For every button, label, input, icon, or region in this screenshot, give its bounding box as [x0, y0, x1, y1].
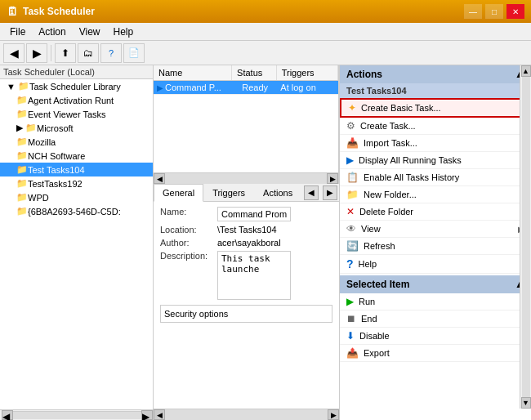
view-item[interactable]: 👁 View ▶	[340, 221, 531, 238]
vscroll-down-btn[interactable]: ▼	[521, 397, 531, 409]
detail-hscroll-track[interactable]	[165, 409, 328, 420]
disable-icon: ⬇	[346, 330, 355, 342]
hscroll-track[interactable]	[13, 411, 141, 419]
tree-item-testtasks192[interactable]: 📁 TestTasks192	[0, 176, 153, 190]
task-list-hscroll[interactable]: ◀ ▶	[154, 172, 338, 184]
tree-item-mozilla[interactable]: 📁 Mozilla	[0, 135, 153, 149]
refresh-label: Refresh	[364, 241, 524, 251]
nch-label: NCH Software	[28, 151, 85, 161]
wpd-folder-icon: 📁	[16, 192, 28, 203]
tab-triggers[interactable]: Triggers	[203, 184, 254, 201]
detail-hscroll-right[interactable]: ▶	[328, 409, 339, 420]
right-vscroll[interactable]: ▲ ▼	[520, 65, 531, 409]
disable-item[interactable]: ⬇ Disable	[340, 328, 531, 345]
help-button[interactable]: ?	[100, 43, 122, 63]
help-item[interactable]: ? Help	[340, 255, 531, 274]
task-row[interactable]: ▶ Command P... Ready At log on	[154, 81, 338, 95]
app-title: Task Scheduler	[23, 6, 95, 17]
tree-item-guid[interactable]: 📁 {6B8A2693-546D-C5D:	[0, 204, 153, 218]
task-hscroll-right[interactable]: ▶	[327, 173, 338, 184]
tree-item-microsoft[interactable]: ▶ 📁 Microsoft	[0, 121, 153, 135]
actions-title: Actions	[346, 69, 382, 80]
enable-history-label: Enable All Tasks History	[364, 172, 524, 182]
detail-hscroll-left[interactable]: ◀	[154, 409, 165, 420]
menu-view[interactable]: View	[73, 25, 107, 39]
tree-item-testtasks104[interactable]: 📁 Test Tasks104	[0, 163, 153, 176]
hscroll-right-btn[interactable]: ▶	[141, 410, 153, 420]
refresh-item[interactable]: 🔄 Refresh	[340, 238, 531, 255]
wpd-label: WPD	[28, 193, 49, 203]
left-panel: Task Scheduler (Local) ▼ 📁 Task Schedule…	[0, 65, 154, 420]
minimize-button[interactable]: —	[464, 4, 482, 19]
eventviewer-folder-icon: 📁	[16, 109, 28, 119]
detail-panel: General Triggers Actions ◀ ▶ Name: Locat…	[154, 184, 339, 420]
enable-history-item[interactable]: 📋 Enable All Tasks History	[340, 169, 531, 186]
import-task-item[interactable]: 📥 Import Task...	[340, 135, 531, 152]
task-hscroll-track[interactable]	[165, 173, 327, 184]
menu-help[interactable]: Help	[107, 25, 141, 39]
up-button[interactable]: ⬆	[55, 43, 76, 63]
col-header-status: Status	[232, 65, 277, 80]
col-header-trigger: Triggers	[277, 65, 338, 80]
display-running-item[interactable]: ▶ Display All Running Tasks	[340, 152, 531, 169]
tree-item-nch[interactable]: 📁 NCH Software	[0, 149, 153, 163]
tree-item-eventviewer[interactable]: 📁 Event Viewer Tasks	[0, 107, 153, 121]
run-item[interactable]: ▶ Run	[340, 293, 531, 311]
detail-hscroll[interactable]: ◀ ▶	[154, 409, 339, 420]
task-list-body[interactable]: ▶ Command P... Ready At log on	[154, 81, 338, 172]
task-name: Command P...	[165, 83, 242, 92]
description-input[interactable]: This task launche	[217, 251, 291, 300]
menu-action[interactable]: Action	[32, 25, 72, 39]
microsoft-folder-icon: 📁	[25, 123, 37, 133]
end-icon: ⏹	[346, 313, 356, 324]
tab-nav-right[interactable]: ▶	[323, 185, 337, 200]
tab-actions[interactable]: Actions	[254, 184, 301, 201]
tab-general[interactable]: General	[154, 184, 203, 202]
menu-file[interactable]: File	[3, 25, 32, 39]
library-icon: ▼	[7, 82, 16, 92]
toolbar: ◀ ▶ ⬆ 🗂 ? 📄	[0, 41, 531, 65]
tasks-button[interactable]: 📄	[123, 43, 145, 63]
subsection-header: Test Tasks104	[340, 83, 531, 98]
tab-nav-left[interactable]: ◀	[304, 185, 319, 200]
forward-button[interactable]: ▶	[26, 43, 47, 63]
tree-item-library[interactable]: ▼ 📁 Task Scheduler Library	[0, 79, 153, 93]
new-folder-icon: 📁	[346, 189, 359, 200]
mozilla-label: Mozilla	[28, 137, 56, 147]
hscroll-left-btn[interactable]: ◀	[2, 410, 13, 420]
task-list-header: Name Status Triggers	[154, 65, 338, 81]
new-folder-item[interactable]: 📁 New Folder...	[340, 186, 531, 203]
library-label: Task Scheduler Library	[29, 82, 121, 92]
back-button[interactable]: ◀	[3, 43, 25, 63]
tree-item-wpd[interactable]: 📁 WPD	[0, 190, 153, 204]
col-header-name: Name	[154, 65, 232, 80]
selected-item-header: Selected Item ▲	[340, 275, 531, 293]
testtasks192-label: TestTasks192	[28, 179, 83, 189]
location-value: \Test Tasks104	[217, 225, 332, 235]
create-task-item[interactable]: ⚙ Create Task...	[340, 118, 531, 135]
maximize-button[interactable]: □	[485, 4, 503, 19]
folder-button[interactable]: 🗂	[78, 43, 99, 63]
create-basic-task-item[interactable]: ✦ Create Basic Task...	[340, 98, 531, 118]
tree-header: Task Scheduler (Local)	[0, 65, 153, 79]
vscroll-track[interactable]	[522, 77, 530, 397]
name-label: Name:	[160, 207, 217, 217]
end-item[interactable]: ⏹ End	[340, 311, 531, 328]
tree-scroll-area[interactable]: ▼ 📁 Task Scheduler Library 📁 Agent Activ…	[0, 79, 153, 409]
close-button[interactable]: ✕	[506, 4, 524, 19]
app-icon: 🗓	[7, 5, 18, 18]
nch-folder-icon: 📁	[16, 150, 28, 161]
display-running-label: Display All Running Tasks	[359, 155, 524, 165]
detail-location-row: Location: \Test Tasks104	[160, 225, 332, 235]
export-item[interactable]: 📤 Export	[340, 345, 531, 362]
left-hscroll[interactable]: ◀ ▶	[0, 409, 153, 420]
vscroll-up-btn[interactable]: ▲	[521, 65, 531, 77]
delete-folder-item[interactable]: ✕ Delete Folder	[340, 203, 531, 221]
testtasks104-folder-icon: 📁	[16, 164, 28, 175]
guid-label: {6B8A2693-546D-C5D:	[28, 207, 121, 217]
name-input[interactable]	[217, 207, 291, 221]
menu-bar: File Action View Help	[0, 23, 531, 41]
tree-item-agent[interactable]: 📁 Agent Activation Runt	[0, 93, 153, 107]
agent-folder-icon: 📁	[16, 95, 28, 105]
task-hscroll-left[interactable]: ◀	[154, 173, 165, 184]
